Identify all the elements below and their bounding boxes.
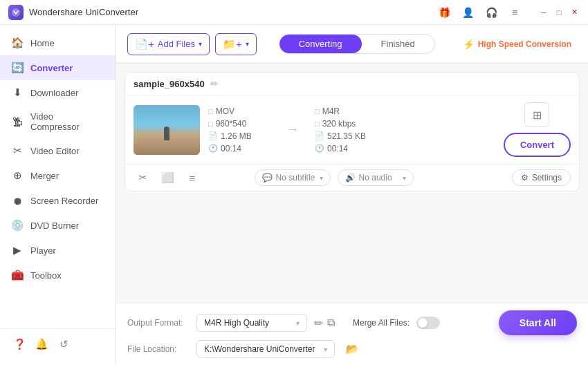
tab-finished[interactable]: Finished — [362, 35, 434, 53]
video-compressor-icon: 🗜 — [11, 115, 24, 128]
source-resolution-row: □ 960*540 — [208, 119, 270, 129]
high-speed-label: High Speed Conversion — [478, 39, 571, 49]
video-thumbnail — [134, 105, 200, 155]
close-button[interactable]: ✕ — [569, 7, 580, 18]
browse-folder-icon[interactable]: 📂 — [346, 343, 359, 355]
add-files-label: Add Files — [158, 39, 195, 49]
converter-icon: 🔄 — [11, 62, 24, 74]
sidebar-item-converter[interactable]: 🔄 Converter — [0, 55, 116, 80]
gift-icon[interactable]: 🎁 — [434, 3, 454, 22]
effects-icon[interactable]: ≡ — [183, 169, 201, 187]
settings-button[interactable]: ⚙ Settings — [512, 169, 571, 186]
sidebar-item-toolbox[interactable]: 🧰 Toolbox — [0, 263, 116, 288]
home-icon: 🏠 — [11, 37, 24, 49]
merge-all-label: Merge All Files: — [353, 318, 410, 328]
format-icon: □ — [208, 107, 213, 115]
arrow-right-icon: → — [286, 122, 299, 137]
toggle-knob — [418, 318, 428, 328]
copy-format-icon[interactable]: ⧉ — [327, 317, 335, 329]
user-icon[interactable]: 👤 — [458, 3, 477, 22]
edit-filename-icon[interactable]: ✏ — [210, 78, 219, 89]
titlebar: Wondershare UniConverter 🎁 👤 🎧 ≡ ─ □ ✕ — [0, 0, 588, 25]
file-name: sample_960x540 — [134, 79, 205, 89]
audio-chevron: ▾ — [403, 174, 406, 182]
file-location-row: File Location: K:\Wondershare UniConvert… — [127, 340, 577, 358]
sidebar-bottom: ❓ 🔔 ↺ — [0, 328, 116, 359]
settings-label: Settings — [532, 173, 562, 182]
crop-icon[interactable]: ⬜ — [158, 169, 176, 187]
sidebar-item-dvd-burner[interactable]: 💿 DVD Burner — [0, 213, 116, 238]
add-files-button[interactable]: 📄+ Add Files ▾ — [127, 33, 210, 55]
start-all-button[interactable]: Start All — [499, 310, 577, 335]
audio-icon: 🔊 — [345, 173, 356, 182]
sidebar-item-merger[interactable]: ⊕ Merger — [0, 163, 116, 188]
source-size-row: 📄 1.26 MB — [208, 131, 270, 141]
location-chevron: ▾ — [324, 346, 327, 353]
sidebar-item-video-editor[interactable]: ✂ Video Editor — [0, 138, 116, 163]
scissors-icon[interactable]: ✂ — [134, 169, 151, 187]
player-icon: ▶ — [11, 244, 24, 256]
merge-toggle[interactable] — [416, 317, 440, 329]
sidebar-label-converter: Converter — [30, 63, 73, 73]
convert-button[interactable]: Convert — [504, 133, 571, 157]
downloader-icon: ⬇ — [11, 86, 24, 99]
output-bitrate-icon: □ — [315, 120, 320, 128]
output-size: 521.35 KB — [327, 131, 366, 141]
output-size-row: 📄 521.35 KB — [315, 131, 398, 141]
screen-recorder-icon: ⏺ — [11, 194, 24, 207]
lightning-icon: ⚡ — [463, 39, 475, 50]
format-action-icons: ✏ ⧉ — [314, 317, 335, 330]
merger-icon: ⊕ — [11, 169, 24, 182]
subtitle-label: No subtitle — [276, 173, 315, 182]
bell-icon[interactable]: 🔔 — [32, 335, 51, 354]
titlebar-controls: 🎁 👤 🎧 ≡ ─ □ ✕ — [434, 3, 580, 22]
output-size-icon: 📄 — [315, 131, 324, 140]
source-duration: 00:14 — [221, 144, 241, 153]
sidebar-item-screen-recorder[interactable]: ⏺ Screen Recorder — [0, 188, 116, 213]
output-format-row: □ M4R — [315, 106, 398, 116]
add-folder-icon: 📁+ — [223, 38, 242, 50]
output-format-select[interactable]: M4R High Quality ▾ — [196, 314, 307, 332]
audio-label: No audio — [359, 173, 392, 182]
file-card-body: □ MOV □ 960*540 📄 1.26 MB 🕐 — [125, 95, 579, 164]
file-card: sample_960x540 ✏ □ MOV — [125, 72, 580, 191]
sidebar-item-downloader[interactable]: ⬇ Downloader — [0, 80, 116, 105]
sidebar-label-downloader: Downloader — [30, 88, 78, 98]
maximize-button[interactable]: □ — [553, 7, 564, 18]
file-location-label: File Location: — [127, 344, 190, 354]
resolution-icon: □ — [208, 120, 213, 128]
headset-icon[interactable]: 🎧 — [481, 3, 501, 22]
refresh-icon[interactable]: ↺ — [54, 335, 73, 354]
bottom-bar: Output Format: M4R High Quality ▾ ✏ ⧉ Me… — [116, 303, 588, 365]
output-bitrate-row: □ 320 kbps — [315, 119, 398, 129]
source-info: □ MOV □ 960*540 📄 1.26 MB 🕐 — [208, 106, 270, 153]
sidebar-item-player[interactable]: ▶ Player — [0, 238, 116, 263]
tab-converting[interactable]: Converting — [279, 35, 362, 53]
sidebar-item-video-compressor[interactable]: 🗜 Video Compressor — [0, 105, 116, 138]
help-icon[interactable]: ❓ — [10, 335, 29, 354]
subtitle-icon: 💬 — [262, 173, 273, 182]
file-options-icon[interactable]: ⊞ — [524, 102, 549, 127]
tabs-container: Converting Finished — [279, 34, 435, 54]
subtitle-select[interactable]: 💬 No subtitle ▾ — [255, 169, 331, 186]
edit-format-icon[interactable]: ✏ — [314, 317, 323, 330]
file-location-select[interactable]: K:\Wondershare UniConverter ▾ — [196, 340, 335, 358]
app-body: 🏠 Home 🔄 Converter ⬇ Downloader 🗜 Video … — [0, 25, 588, 365]
thumbnail-person — [164, 127, 169, 140]
high-speed-conversion-button[interactable]: ⚡ High Speed Conversion — [457, 35, 577, 53]
output-bitrate: 320 kbps — [322, 119, 356, 129]
add-files-icon: 📄+ — [135, 38, 154, 50]
format-value: M4R High Quality — [204, 318, 269, 328]
source-format-row: □ MOV — [208, 106, 270, 116]
minimize-button[interactable]: ─ — [538, 7, 549, 18]
video-editor-icon: ✂ — [11, 144, 24, 157]
menu-icon[interactable]: ≡ — [505, 3, 524, 22]
add-folder-button[interactable]: 📁+ ▾ — [215, 33, 257, 55]
sidebar-label-toolbox: Toolbox — [30, 270, 62, 281]
output-format: M4R — [322, 106, 340, 116]
sidebar-item-home[interactable]: 🏠 Home — [0, 30, 116, 55]
audio-select[interactable]: 🔊 No audio ▾ — [338, 169, 414, 186]
sidebar-label-video-compressor: Video Compressor — [30, 111, 104, 132]
app-logo — [8, 5, 24, 20]
sidebar-label-merger: Merger — [30, 171, 59, 181]
